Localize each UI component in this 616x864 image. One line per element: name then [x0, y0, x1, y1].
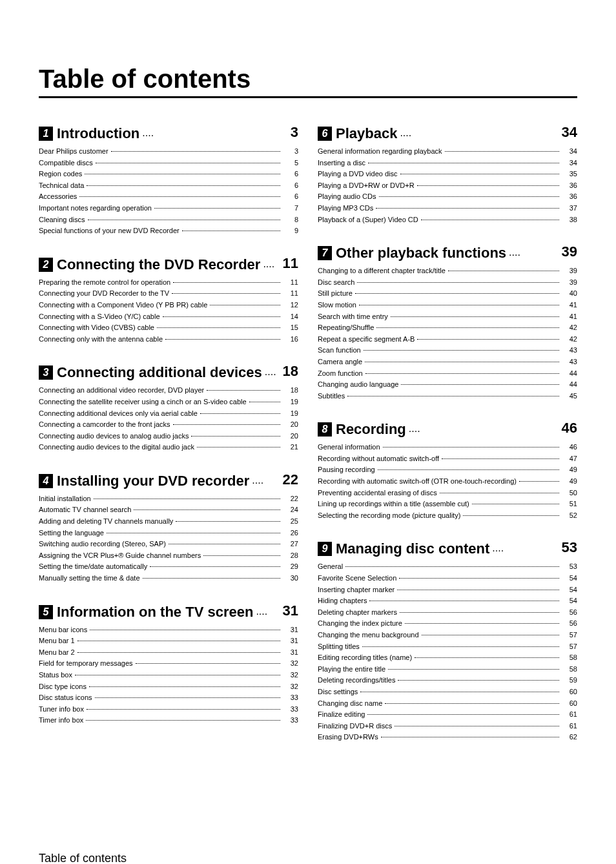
entry-dots: [182, 231, 280, 231]
entry-dots: [417, 185, 559, 186]
section-heading-left: 3Connecting additional devices ....: [39, 364, 278, 381]
entry-dots: [134, 509, 280, 510]
entry-label: Lining up recordings within a title (ass…: [318, 499, 469, 510]
entry-label: Finalize editing: [318, 709, 365, 721]
entry-dots: [445, 151, 559, 152]
toc-entry: Connecting an additional video recorder,…: [39, 385, 298, 396]
entry-dots: [136, 663, 281, 664]
toc-entry: Splitting titles57: [318, 641, 577, 653]
entry-page: 35: [562, 169, 577, 180]
entry-page: 60: [562, 686, 577, 698]
entry-dots: [200, 413, 280, 414]
entry-dots: [197, 447, 280, 447]
entry-dots: [362, 646, 559, 647]
entry-page: 22: [283, 493, 298, 505]
entries: Changing to a different chapter track/ti…: [318, 265, 577, 402]
section-page: 31: [278, 602, 298, 619]
section-heading-left: 2Connecting the DVD Recorder ....: [39, 256, 278, 273]
section-title: Installing your DVD recorder: [57, 473, 249, 489]
entry-page: 57: [562, 630, 577, 641]
entry-label: Slow motion: [318, 300, 356, 311]
entry-page: 39: [562, 277, 577, 289]
entry-page: 42: [562, 322, 577, 334]
entry-page: 24: [283, 504, 298, 516]
chapter-number-box: 2: [39, 258, 53, 272]
entry-page: 19: [283, 408, 298, 420]
entry-label: Connecting audio devices to the digital …: [39, 442, 194, 453]
toc-entry: Region codes6: [39, 169, 298, 180]
entry-page: 41: [562, 311, 577, 323]
section-heading: 5Information on the TV screen ....31: [39, 602, 298, 621]
toc-entry: Adding and deleting TV channels manually…: [39, 516, 298, 528]
entry-label: Search with time entry: [318, 311, 388, 323]
entry-page: 6: [283, 191, 298, 203]
toc-entry: Recording with automatic switch-off (OTR…: [318, 476, 577, 488]
entry-label: Switching audio recording (Stereo, SAP): [39, 539, 166, 550]
entry-label: Playing a DVD video disc: [318, 169, 398, 180]
entry-label: Subtitles: [318, 391, 345, 402]
entry-label: Hiding chapters: [318, 595, 367, 607]
toc-columns: 1Introduction ....3Dear Philips customer…: [39, 124, 577, 761]
entry-page: 18: [283, 385, 298, 396]
entry-label: Finalizing DVD+R discs: [318, 721, 392, 732]
section-heading: 3Connecting additional devices ....18: [39, 363, 298, 381]
toc-entry: Connecting with Video (CVBS) cable15: [39, 322, 298, 334]
section-dots: ....: [492, 542, 553, 555]
entry-dots: [385, 703, 559, 704]
entry-dots: [150, 566, 280, 567]
entry-page: 43: [562, 356, 577, 368]
toc-entry: Repeating/Shuffle42: [318, 322, 577, 334]
entry-page: 38: [562, 214, 577, 226]
toc-entry: Subtitles45: [318, 391, 577, 402]
entry-dots: [399, 578, 559, 579]
toc-entry: Cleaning discs8: [39, 214, 298, 226]
toc-entry: Assigning the VCR Plus+® Guide channel n…: [39, 550, 298, 562]
entry-label: Important notes regarding operation: [39, 203, 152, 214]
chapter-number-box: 3: [39, 365, 53, 380]
entry-page: 56: [562, 618, 577, 630]
entry-label: Field for temporary messages: [39, 658, 133, 670]
entry-page: 20: [283, 431, 298, 442]
entry-label: Playing the entire title: [318, 664, 385, 675]
entry-dots: [364, 350, 559, 351]
entry-dots: [249, 402, 280, 402]
toc-entry: General information46: [318, 442, 577, 453]
entry-dots: [368, 163, 559, 163]
section-page: 46: [557, 420, 577, 437]
entries: Connecting an additional video recorder,…: [39, 385, 298, 453]
entries: General53Favorite Scene Selection54Inser…: [318, 561, 577, 743]
entry-page: 42: [562, 334, 577, 345]
chapter-number-box: 7: [318, 246, 332, 260]
entry-dots: [391, 316, 559, 317]
entry-label: Repeat a specific segment A-B: [318, 334, 415, 345]
entry-label: Compatible discs: [39, 158, 93, 169]
entry-dots: [169, 544, 280, 544]
toc-entry: Automatic TV channel search24: [39, 504, 298, 516]
entry-label: General information: [318, 442, 380, 453]
entry-label: Changing disc name: [318, 698, 382, 710]
toc-section: 8Recording ....46General information46Re…: [318, 420, 577, 521]
toc-entry: Accessories6: [39, 191, 298, 203]
toc-entry: Playing the entire title58: [318, 664, 577, 675]
entry-dots: [422, 635, 559, 635]
entry-dots: [90, 630, 280, 630]
entry-label: Playing a DVD+RW or DVD+R: [318, 180, 415, 192]
chapter-number-box: 9: [318, 542, 332, 556]
entry-dots: [77, 641, 280, 641]
entry-page: 32: [283, 670, 298, 681]
section-heading: 8Recording ....46: [318, 420, 577, 438]
entry-dots: [163, 316, 280, 317]
toc-entry: Hiding chapters54: [318, 595, 577, 607]
toc-entry: Playing a DVD+RW or DVD+R36: [318, 180, 577, 192]
entry-dots: [143, 578, 280, 579]
entry-page: 62: [562, 732, 577, 743]
entries: Preparing the remote control for operati…: [39, 277, 298, 345]
section-heading-left: 5Information on the TV screen ....: [39, 604, 278, 621]
entry-dots: [379, 196, 560, 197]
entry-page: 28: [283, 550, 298, 562]
toc-entry: Changing the menu background57: [318, 630, 577, 641]
toc-entry: Recording without automatic switch-off47: [318, 453, 577, 465]
entry-label: Assigning the VCR Plus+® Guide channel n…: [39, 550, 201, 562]
column-left: 1Introduction ....3Dear Philips customer…: [39, 124, 298, 761]
entry-page: 7: [283, 203, 298, 214]
